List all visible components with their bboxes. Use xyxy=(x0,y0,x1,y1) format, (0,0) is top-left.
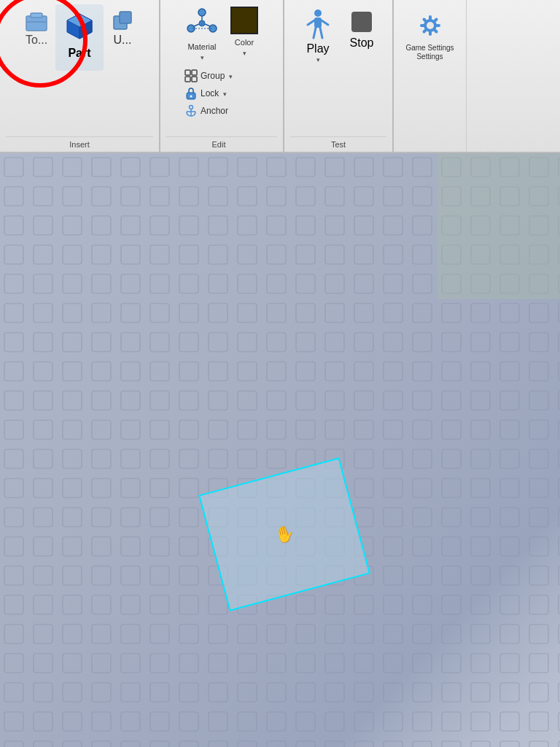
lock-button[interactable]: Lock ▾ xyxy=(182,85,262,101)
insert-items: To... Part ▾ xyxy=(19,4,140,136)
anchor-icon xyxy=(184,104,198,117)
grid-background xyxy=(0,153,560,747)
group-dropdown-arrow: ▾ xyxy=(229,73,233,80)
svg-rect-8 xyxy=(120,12,131,23)
svg-line-39 xyxy=(424,20,425,21)
svg-rect-46 xyxy=(438,153,560,299)
play-button[interactable]: Play ▾ xyxy=(296,4,340,66)
svg-line-28 xyxy=(314,28,316,38)
svg-line-29 xyxy=(320,28,322,38)
svg-point-23 xyxy=(190,106,193,109)
part-dropdown-arrow: ▾ xyxy=(78,61,82,68)
material-icon xyxy=(185,7,219,40)
svg-line-41 xyxy=(435,20,436,21)
stop-label: Stop xyxy=(350,36,374,50)
svg-line-30 xyxy=(308,20,314,25)
part-label: Part xyxy=(68,47,90,60)
test-section: Play ▾ Stop Test xyxy=(284,0,394,152)
gear-icon xyxy=(412,7,448,44)
svg-line-31 xyxy=(322,20,328,25)
lock-icon xyxy=(184,87,198,100)
stop-button[interactable]: Stop xyxy=(343,4,381,53)
edit-label: Edit xyxy=(166,136,277,149)
anchor-button[interactable]: Anchor xyxy=(182,103,262,119)
svg-point-12 xyxy=(199,20,205,26)
svg-rect-19 xyxy=(185,77,190,82)
canvas-area[interactable]: ✋ xyxy=(0,153,560,747)
svg-rect-18 xyxy=(192,70,197,75)
test-label: Test xyxy=(290,136,386,149)
material-button[interactable]: Material ▾ xyxy=(182,4,222,63)
svg-line-15 xyxy=(205,24,210,26)
insert-label: Insert xyxy=(6,136,153,149)
color-swatch xyxy=(230,7,258,34)
game-settings-label: Game Settings xyxy=(405,44,454,53)
toolbox-label: To... xyxy=(26,34,47,47)
settings-label: Settings xyxy=(416,53,443,61)
lock-dropdown-arrow: ▾ xyxy=(223,90,227,98)
svg-point-26 xyxy=(314,9,322,17)
toolbar: To... Part ▾ xyxy=(0,0,560,153)
svg-line-14 xyxy=(194,24,199,26)
lock-label: Lock xyxy=(201,88,219,98)
svg-point-34 xyxy=(427,22,434,29)
insert-section: To... Part ▾ xyxy=(0,0,160,152)
svg-rect-0 xyxy=(26,16,47,31)
move-cursor: ✋ xyxy=(273,522,297,546)
material-label: Material xyxy=(187,42,216,51)
edit-section: Material ▾ Color ▾ Group xyxy=(160,0,284,152)
play-label: Play xyxy=(306,42,329,55)
color-dropdown-arrow: ▾ xyxy=(243,50,246,57)
svg-point-22 xyxy=(190,96,192,98)
group-icon xyxy=(184,69,198,82)
stop-icon xyxy=(347,7,376,36)
anchor-label: Anchor xyxy=(201,106,228,116)
toolbox-button[interactable]: To... xyxy=(19,4,54,50)
svg-point-9 xyxy=(198,9,206,16)
play-icon xyxy=(300,7,335,42)
svg-rect-1 xyxy=(31,13,42,18)
part-button[interactable]: Part ▾ xyxy=(55,4,104,71)
svg-line-40 xyxy=(435,30,436,31)
group-button[interactable]: Group ▾ xyxy=(182,68,262,84)
svg-rect-17 xyxy=(185,70,190,75)
color-label: Color xyxy=(235,38,254,47)
edit-items: Material ▾ Color ▾ Group xyxy=(182,4,262,136)
game-settings-button[interactable]: Game Settings Settings xyxy=(402,4,456,63)
play-dropdown-arrow: ▾ xyxy=(316,56,320,63)
svg-rect-27 xyxy=(314,18,322,28)
color-button[interactable]: Color ▾ xyxy=(227,4,262,59)
part-icon xyxy=(60,7,99,47)
svg-rect-32 xyxy=(351,12,372,32)
material-dropdown-arrow: ▾ xyxy=(201,54,204,61)
svg-rect-20 xyxy=(192,77,197,82)
svg-line-42 xyxy=(424,30,425,31)
group-label: Group xyxy=(201,71,225,81)
settings-section: Game Settings Settings xyxy=(394,0,467,152)
union-icon xyxy=(109,7,136,34)
union-label: U... xyxy=(114,34,132,47)
toolbox-icon xyxy=(23,7,50,34)
union-button[interactable]: U... xyxy=(105,4,140,50)
test-items: Play ▾ Stop xyxy=(296,4,381,136)
